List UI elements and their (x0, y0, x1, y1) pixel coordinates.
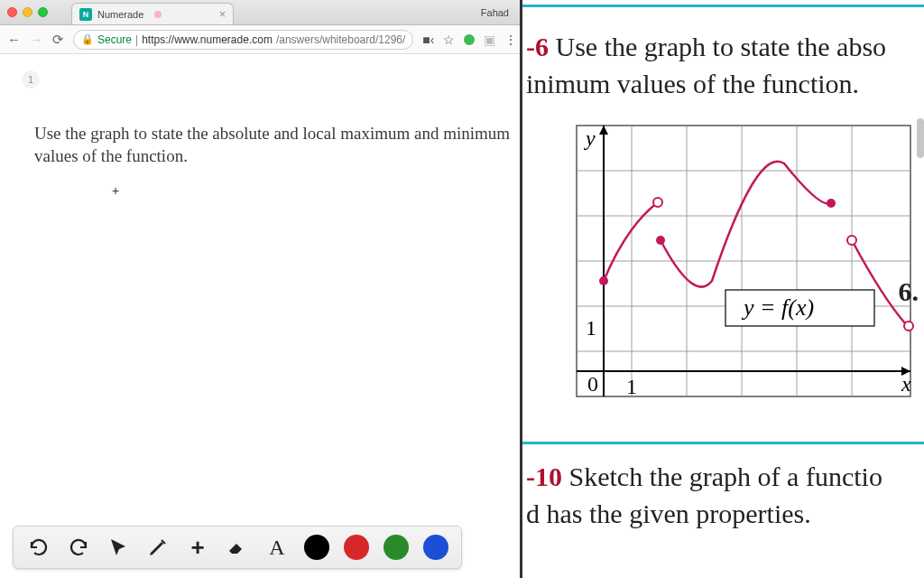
back-button[interactable]: ← (7, 32, 21, 47)
add-tool[interactable]: + (185, 534, 210, 562)
scrollbar-thumb[interactable] (917, 118, 924, 158)
pointer-tool[interactable] (106, 536, 131, 558)
crosshair-cursor-icon: + (112, 183, 119, 198)
page-number: 1 (28, 75, 33, 85)
section-number: -10 (526, 461, 562, 491)
bookmark-icon[interactable]: ☆ (443, 33, 455, 47)
tab-close-icon[interactable]: × (219, 8, 226, 21)
y-axis-label: y (584, 126, 596, 150)
x-tick-1: 1 (626, 375, 637, 398)
address-bar: ← → ⟳ 🔒 Secure | https://www.numerade.co… (0, 25, 520, 54)
svg-point-15 (656, 236, 665, 245)
browser-tab[interactable]: N Numerade × (71, 3, 234, 24)
menu-icon[interactable]: ⋮ (504, 33, 517, 47)
tab-status-icon (154, 11, 162, 18)
whiteboard-content[interactable]: 1 Use the graph to state the absolute an… (0, 54, 520, 578)
x-axis-label: x (901, 372, 911, 396)
section-1-heading: -6 Use the graph to state the absoinimum… (522, 7, 924, 118)
redo-button[interactable] (66, 536, 91, 558)
lock-icon: 🔒 (81, 33, 94, 45)
color-blue[interactable] (423, 535, 448, 560)
undo-button[interactable] (26, 536, 51, 558)
profile-name[interactable]: Fahad (481, 7, 509, 18)
browser-window: N Numerade × Fahad ← → ⟳ 🔒 Secure | http… (0, 0, 522, 578)
section-1-text: Use the graph to state the absoinimum va… (526, 32, 886, 98)
graph-svg: y = f(x) y x 1 0 1 (550, 118, 919, 416)
pencil-tool[interactable] (145, 536, 171, 558)
tab-strip: N Numerade × (53, 0, 476, 24)
section-2-text: Sketch the graph of a functiod has the g… (526, 461, 882, 528)
svg-point-16 (827, 199, 836, 208)
y-tick-1: 1 (586, 316, 596, 340)
color-red[interactable] (344, 535, 369, 560)
window-titlebar: N Numerade × Fahad (0, 0, 520, 25)
reload-button[interactable]: ⟳ (52, 32, 64, 48)
section-number: -6 (526, 32, 549, 61)
window-close-icon[interactable] (7, 7, 17, 17)
extension-icon[interactable] (464, 34, 475, 45)
url-input[interactable]: 🔒 Secure | https://www.numerade.com/answ… (73, 30, 413, 50)
forward-button[interactable]: → (30, 32, 43, 47)
camera-icon[interactable]: ■‹ (422, 33, 434, 47)
secure-label: Secure (97, 33, 132, 46)
svg-point-14 (653, 198, 662, 207)
function-graph: y = f(x) y x 1 0 1 (550, 118, 919, 416)
url-path: /answers/whiteboard/1296/ (276, 33, 405, 46)
textbook-pane: -6 Use the graph to state the absoinimum… (522, 0, 924, 578)
text-tool[interactable]: A (264, 536, 290, 560)
svg-point-17 (847, 236, 856, 245)
svg-point-18 (904, 322, 913, 331)
window-maximize-icon[interactable] (38, 7, 48, 17)
section-2-heading: -10 Sketch the graph of a functiod has t… (522, 444, 924, 532)
origin-label: 0 (587, 372, 598, 396)
equation-label: y = f(x) (741, 294, 814, 321)
page-number-badge: 1 (22, 70, 40, 89)
color-black[interactable] (304, 535, 329, 560)
exercise-number: 6. (899, 276, 919, 307)
url-separator: | (135, 33, 138, 46)
question-prompt: Use the graph to state the absolute and … (34, 123, 511, 167)
cast-icon[interactable]: ▣ (484, 33, 495, 47)
color-green[interactable] (383, 535, 409, 560)
tab-favicon-icon: N (79, 8, 92, 21)
eraser-tool[interactable] (225, 536, 250, 558)
tab-title: Numerade (97, 9, 143, 20)
whiteboard-toolbar: + A (13, 526, 462, 569)
url-host: https://www.numerade.com (142, 33, 273, 46)
svg-point-13 (599, 276, 608, 285)
toolbar-right: ■‹ ☆ ▣ ⋮ (422, 33, 517, 47)
window-minimize-icon[interactable] (23, 7, 32, 17)
